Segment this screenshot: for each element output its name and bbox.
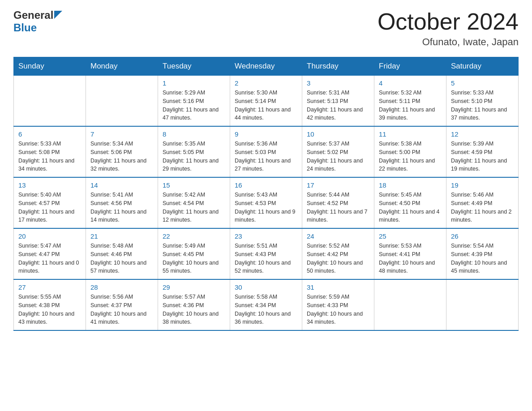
calendar-cell: 14Sunrise: 5:41 AMSunset: 4:56 PMDayligh… (86, 177, 158, 228)
svg-marker-0 (54, 11, 62, 19)
day-number: 1 (163, 79, 225, 87)
header-friday: Friday (374, 57, 446, 76)
header-tuesday: Tuesday (158, 57, 230, 76)
month-title: October 2024 (378, 9, 519, 34)
header-saturday: Saturday (446, 57, 519, 76)
calendar-week-2: 6Sunrise: 5:33 AMSunset: 5:08 PMDaylight… (14, 126, 519, 177)
calendar-cell: 29Sunrise: 5:57 AMSunset: 4:36 PMDayligh… (158, 279, 230, 330)
day-info: Sunrise: 5:33 AMSunset: 5:10 PMDaylight:… (451, 89, 514, 122)
calendar-cell: 11Sunrise: 5:38 AMSunset: 5:00 PMDayligh… (374, 126, 446, 177)
day-number: 16 (235, 181, 297, 189)
day-info: Sunrise: 5:41 AMSunset: 4:56 PMDaylight:… (90, 191, 153, 224)
calendar-cell: 4Sunrise: 5:32 AMSunset: 5:11 PMDaylight… (374, 76, 446, 127)
day-info: Sunrise: 5:44 AMSunset: 4:52 PMDaylight:… (307, 191, 369, 224)
day-info: Sunrise: 5:35 AMSunset: 5:05 PMDaylight:… (163, 140, 225, 173)
calendar-cell (374, 279, 446, 330)
day-info: Sunrise: 5:57 AMSunset: 4:36 PMDaylight:… (163, 293, 225, 326)
day-info: Sunrise: 5:42 AMSunset: 4:54 PMDaylight:… (163, 191, 225, 224)
calendar-cell: 24Sunrise: 5:52 AMSunset: 4:42 PMDayligh… (302, 228, 374, 279)
calendar-week-5: 27Sunrise: 5:55 AMSunset: 4:38 PMDayligh… (14, 279, 519, 330)
day-number: 22 (163, 232, 225, 240)
day-number: 5 (451, 79, 514, 87)
calendar-cell: 25Sunrise: 5:53 AMSunset: 4:41 PMDayligh… (374, 228, 446, 279)
calendar-cell: 1Sunrise: 5:29 AMSunset: 5:16 PMDaylight… (158, 76, 230, 127)
header-thursday: Thursday (302, 57, 374, 76)
day-info: Sunrise: 5:38 AMSunset: 5:00 PMDaylight:… (379, 140, 442, 173)
calendar-cell: 21Sunrise: 5:48 AMSunset: 4:46 PMDayligh… (86, 228, 158, 279)
calendar-cell: 10Sunrise: 5:37 AMSunset: 5:02 PMDayligh… (302, 126, 374, 177)
calendar-cell: 3Sunrise: 5:31 AMSunset: 5:13 PMDaylight… (302, 76, 374, 127)
day-info: Sunrise: 5:31 AMSunset: 5:13 PMDaylight:… (307, 89, 369, 122)
day-info: Sunrise: 5:53 AMSunset: 4:41 PMDaylight:… (379, 242, 442, 275)
calendar-cell: 31Sunrise: 5:59 AMSunset: 4:33 PMDayligh… (302, 279, 374, 330)
calendar-cell: 15Sunrise: 5:42 AMSunset: 4:54 PMDayligh… (158, 177, 230, 228)
day-info: Sunrise: 5:43 AMSunset: 4:53 PMDaylight:… (235, 191, 297, 224)
day-info: Sunrise: 5:29 AMSunset: 5:16 PMDaylight:… (163, 89, 225, 122)
day-number: 30 (235, 283, 297, 291)
day-info: Sunrise: 5:36 AMSunset: 5:03 PMDaylight:… (235, 140, 297, 173)
day-number: 3 (307, 79, 369, 87)
day-number: 15 (163, 181, 225, 189)
day-info: Sunrise: 5:37 AMSunset: 5:02 PMDaylight:… (307, 140, 369, 173)
day-number: 10 (307, 130, 369, 138)
day-info: Sunrise: 5:46 AMSunset: 4:49 PMDaylight:… (451, 191, 514, 224)
day-number: 20 (18, 232, 81, 240)
calendar-cell: 23Sunrise: 5:51 AMSunset: 4:43 PMDayligh… (230, 228, 302, 279)
calendar-cell: 18Sunrise: 5:45 AMSunset: 4:50 PMDayligh… (374, 177, 446, 228)
calendar-cell: 13Sunrise: 5:40 AMSunset: 4:57 PMDayligh… (14, 177, 86, 228)
day-info: Sunrise: 5:32 AMSunset: 5:11 PMDaylight:… (379, 89, 442, 122)
day-number: 19 (451, 181, 514, 189)
calendar-cell: 8Sunrise: 5:35 AMSunset: 5:05 PMDaylight… (158, 126, 230, 177)
calendar-cell (86, 76, 158, 127)
day-number: 11 (379, 130, 442, 138)
calendar-cell: 12Sunrise: 5:39 AMSunset: 4:59 PMDayligh… (446, 126, 519, 177)
calendar-cell (446, 279, 519, 330)
calendar-week-3: 13Sunrise: 5:40 AMSunset: 4:57 PMDayligh… (14, 177, 519, 228)
calendar-cell: 9Sunrise: 5:36 AMSunset: 5:03 PMDaylight… (230, 126, 302, 177)
day-info: Sunrise: 5:59 AMSunset: 4:33 PMDaylight:… (307, 293, 369, 326)
day-number: 8 (163, 130, 225, 138)
day-info: Sunrise: 5:39 AMSunset: 4:59 PMDaylight:… (451, 140, 514, 173)
day-number: 26 (451, 232, 514, 240)
calendar-header-row: SundayMondayTuesdayWednesdayThursdayFrid… (14, 57, 519, 76)
day-number: 23 (235, 232, 297, 240)
day-number: 9 (235, 130, 297, 138)
day-info: Sunrise: 5:56 AMSunset: 4:37 PMDaylight:… (90, 293, 153, 326)
day-info: Sunrise: 5:52 AMSunset: 4:42 PMDaylight:… (307, 242, 369, 275)
day-number: 17 (307, 181, 369, 189)
page-header: General Blue October 2024 Ofunato, Iwate… (13, 9, 519, 48)
day-number: 27 (18, 283, 81, 291)
day-number: 4 (379, 79, 442, 87)
day-number: 18 (379, 181, 442, 189)
day-info: Sunrise: 5:48 AMSunset: 4:46 PMDaylight:… (90, 242, 153, 275)
logo-triangle-icon (54, 11, 62, 19)
calendar-cell: 2Sunrise: 5:30 AMSunset: 5:14 PMDaylight… (230, 76, 302, 127)
header-sunday: Sunday (14, 57, 86, 76)
calendar-cell: 26Sunrise: 5:54 AMSunset: 4:39 PMDayligh… (446, 228, 519, 279)
calendar-cell: 22Sunrise: 5:49 AMSunset: 4:45 PMDayligh… (158, 228, 230, 279)
day-number: 12 (451, 130, 514, 138)
day-number: 21 (90, 232, 153, 240)
day-info: Sunrise: 5:51 AMSunset: 4:43 PMDaylight:… (235, 242, 297, 275)
calendar-cell: 19Sunrise: 5:46 AMSunset: 4:49 PMDayligh… (446, 177, 519, 228)
location-title: Ofunato, Iwate, Japan (378, 36, 519, 48)
day-number: 28 (90, 283, 153, 291)
logo-blue-text: Blue (13, 21, 37, 34)
calendar-week-4: 20Sunrise: 5:47 AMSunset: 4:47 PMDayligh… (14, 228, 519, 279)
day-info: Sunrise: 5:45 AMSunset: 4:50 PMDaylight:… (379, 191, 442, 224)
calendar-cell: 17Sunrise: 5:44 AMSunset: 4:52 PMDayligh… (302, 177, 374, 228)
calendar-cell (14, 76, 86, 127)
calendar-cell: 16Sunrise: 5:43 AMSunset: 4:53 PMDayligh… (230, 177, 302, 228)
calendar-cell: 30Sunrise: 5:58 AMSunset: 4:34 PMDayligh… (230, 279, 302, 330)
calendar-cell: 7Sunrise: 5:34 AMSunset: 5:06 PMDaylight… (86, 126, 158, 177)
logo: General Blue (13, 9, 62, 34)
calendar-cell: 6Sunrise: 5:33 AMSunset: 5:08 PMDaylight… (14, 126, 86, 177)
day-number: 14 (90, 181, 153, 189)
day-number: 13 (18, 181, 81, 189)
day-info: Sunrise: 5:33 AMSunset: 5:08 PMDaylight:… (18, 140, 81, 173)
day-number: 25 (379, 232, 442, 240)
day-info: Sunrise: 5:49 AMSunset: 4:45 PMDaylight:… (163, 242, 225, 275)
day-info: Sunrise: 5:54 AMSunset: 4:39 PMDaylight:… (451, 242, 514, 275)
day-number: 24 (307, 232, 369, 240)
calendar-cell: 5Sunrise: 5:33 AMSunset: 5:10 PMDaylight… (446, 76, 519, 127)
